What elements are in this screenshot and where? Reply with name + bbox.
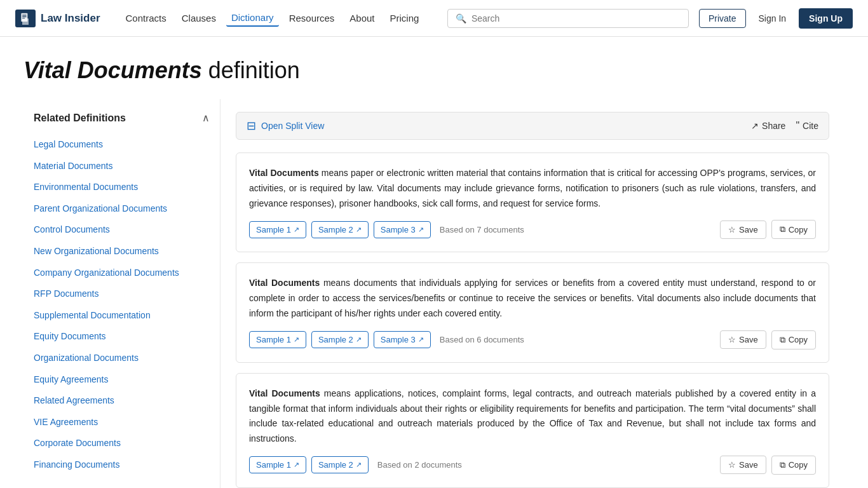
- nav-dictionary[interactable]: Dictionary: [226, 10, 279, 27]
- definition-footer: Sample 1 ↗Sample 2 ↗Sample 3 ↗Based on 6…: [249, 330, 816, 349]
- logo-svg: [19, 12, 32, 25]
- sidebar-title: Related Definitions: [34, 112, 126, 124]
- nav-pricing[interactable]: Pricing: [385, 10, 424, 26]
- sidebar-item-link[interactable]: RFP Documents: [24, 283, 220, 305]
- sidebar-list-item: Financing Documents: [24, 454, 220, 476]
- definitions-area: ⊟ Open Split View ↗ Share " Cite Vital D…: [220, 99, 844, 488]
- sidebar-item-link[interactable]: Company Organizational Documents: [24, 262, 220, 284]
- definition-card: Vital Documents means documents that ind…: [236, 262, 829, 362]
- action-buttons: ☆ Save⧉ Copy: [720, 456, 816, 475]
- copy-button[interactable]: ⧉ Copy: [771, 220, 816, 239]
- cite-label: Cite: [803, 121, 818, 131]
- sidebar-list-item: Control Documents: [24, 219, 220, 241]
- sidebar-item-link[interactable]: Control Documents: [24, 219, 220, 241]
- sample-button-1[interactable]: Sample 1 ↗: [249, 221, 306, 238]
- sample-button-1[interactable]: Sample 1 ↗: [249, 456, 306, 473]
- sidebar-item-link[interactable]: New Organizational Documents: [24, 241, 220, 262]
- page-title-suffix: definition: [202, 57, 300, 83]
- definition-term: Vital Documents: [249, 278, 320, 288]
- share-button[interactable]: ↗ Share: [751, 121, 785, 131]
- split-view-bar: ⊟ Open Split View ↗ Share " Cite: [236, 112, 829, 140]
- sidebar-item-link[interactable]: Financing Documents: [24, 454, 220, 476]
- sample-button-2[interactable]: Sample 2 ↗: [311, 331, 369, 348]
- definition-footer: Sample 1 ↗Sample 2 ↗Sample 3 ↗Based on 7…: [249, 220, 816, 239]
- external-link-icon: ↗: [418, 226, 424, 234]
- logo-link[interactable]: Law Insider: [15, 10, 100, 27]
- save-button[interactable]: ☆ Save: [720, 456, 766, 474]
- sidebar-item-link[interactable]: Environmental Documents: [24, 177, 220, 198]
- sidebar: Related Definitions ∧ Legal DocumentsMat…: [24, 99, 220, 488]
- nav-about[interactable]: About: [344, 10, 379, 26]
- sidebar-list-item: Equity Documents: [24, 326, 220, 348]
- split-view-label: Open Split View: [261, 121, 324, 131]
- search-container: 🔍: [447, 9, 689, 28]
- sidebar-list-item: Equity Agreements: [24, 369, 220, 391]
- nav-actions: Private Sign In Sign Up: [699, 8, 853, 29]
- logo-text: Law Insider: [41, 12, 100, 25]
- search-icon: 🔍: [456, 13, 466, 24]
- sidebar-list-item: Material Documents: [24, 156, 220, 177]
- svg-rect-1: [22, 15, 27, 15]
- sidebar-list-item: Organizational Documents: [24, 348, 220, 369]
- based-on-label: Based on 6 documents: [436, 335, 715, 344]
- sidebar-item-link[interactable]: Parent Organizational Documents: [24, 198, 220, 220]
- save-icon: ☆: [728, 460, 736, 470]
- search-input[interactable]: [471, 13, 681, 24]
- split-view-open[interactable]: ⊟ Open Split View: [247, 119, 324, 133]
- based-on-label: Based on 2 documents: [374, 460, 715, 470]
- definition-cards: Vital Documents means paper or electroni…: [236, 152, 829, 488]
- page-title-term: Vital Documents: [24, 57, 202, 83]
- signin-button[interactable]: Sign In: [752, 10, 793, 27]
- save-button[interactable]: ☆ Save: [720, 330, 766, 349]
- sidebar-list-item: Corporate Documents: [24, 433, 220, 454]
- sidebar-item-link[interactable]: Equity Agreements: [24, 369, 220, 391]
- sidebar-list-item: Legal Documents: [24, 134, 220, 156]
- sidebar-header: Related Definitions ∧: [24, 112, 220, 134]
- signup-button[interactable]: Sign Up: [799, 8, 853, 29]
- cite-icon: ": [796, 120, 799, 132]
- sidebar-item-link[interactable]: Material Documents: [24, 156, 220, 177]
- definition-card: Vital Documents means applications, noti…: [236, 373, 829, 488]
- sample-button-2[interactable]: Sample 2 ↗: [311, 456, 369, 473]
- external-link-icon: ↗: [356, 226, 362, 234]
- definition-text: Vital Documents means applications, noti…: [249, 386, 816, 447]
- based-on-label: Based on 7 documents: [436, 225, 715, 234]
- action-buttons: ☆ Save⧉ Copy: [720, 330, 816, 349]
- nav-clauses[interactable]: Clauses: [177, 10, 221, 26]
- nav-resources[interactable]: Resources: [284, 10, 340, 26]
- save-button[interactable]: ☆ Save: [720, 220, 766, 239]
- external-link-icon: ↗: [356, 336, 362, 344]
- sidebar-list: Legal DocumentsMaterial DocumentsEnviron…: [24, 134, 220, 476]
- sidebar-list-item: Parent Organizational Documents: [24, 198, 220, 220]
- copy-button[interactable]: ⧉ Copy: [771, 330, 816, 349]
- external-link-icon: ↗: [294, 461, 299, 469]
- definition-text: Vital Documents means paper or electroni…: [249, 166, 816, 211]
- sidebar-item-link[interactable]: Related Agreements: [24, 390, 220, 412]
- sidebar-item-link[interactable]: Supplemental Documentation: [24, 305, 220, 327]
- sidebar-item-link[interactable]: VIE Agreements: [24, 412, 220, 433]
- copy-button[interactable]: ⧉ Copy: [771, 456, 816, 475]
- definition-term: Vital Documents: [249, 388, 320, 398]
- sidebar-item-link[interactable]: Equity Documents: [24, 326, 220, 348]
- external-link-icon: ↗: [356, 461, 362, 469]
- main-content: Related Definitions ∧ Legal DocumentsMat…: [8, 99, 860, 488]
- cite-button[interactable]: " Cite: [796, 120, 818, 132]
- sidebar-item-link[interactable]: Legal Documents: [24, 134, 220, 156]
- sidebar-list-item: Supplemental Documentation: [24, 305, 220, 327]
- sample-button-1[interactable]: Sample 1 ↗: [249, 331, 306, 348]
- sample-button-3[interactable]: Sample 3 ↗: [374, 331, 431, 348]
- svg-rect-2: [22, 16, 27, 17]
- sidebar-toggle[interactable]: ∧: [202, 112, 210, 124]
- sample-button-3[interactable]: Sample 3 ↗: [374, 221, 431, 238]
- split-view-icon: ⊟: [247, 119, 256, 133]
- private-button[interactable]: Private: [699, 9, 746, 28]
- definition-footer: Sample 1 ↗Sample 2 ↗Based on 2 documents…: [249, 456, 816, 475]
- action-buttons: ☆ Save⧉ Copy: [720, 220, 816, 239]
- sample-button-2[interactable]: Sample 2 ↗: [311, 221, 369, 238]
- definition-text: Vital Documents means documents that ind…: [249, 276, 816, 321]
- nav-contracts[interactable]: Contracts: [121, 10, 172, 26]
- nav-links: Contracts Clauses Dictionary Resources A…: [121, 10, 424, 27]
- save-icon: ☆: [728, 225, 736, 234]
- sidebar-item-link[interactable]: Corporate Documents: [24, 433, 220, 454]
- sidebar-item-link[interactable]: Organizational Documents: [24, 348, 220, 369]
